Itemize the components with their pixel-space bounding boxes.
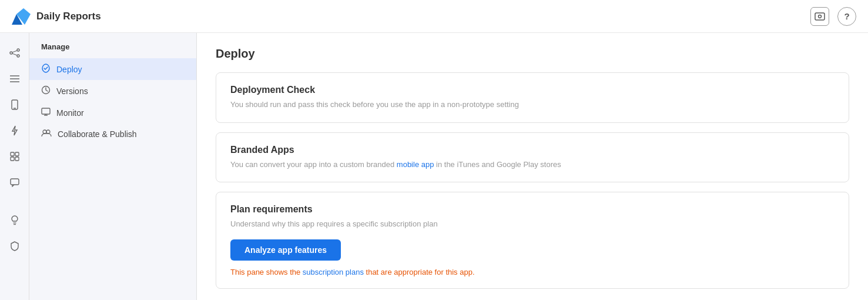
list-icon[interactable] [4,68,25,89]
svg-rect-2 [815,13,825,20]
plan-requirements-title: Plan requirements [230,204,835,215]
workflow-icon[interactable] [4,42,25,64]
bulb-icon[interactable] [4,209,25,231]
nav-item-collaborate[interactable]: Collaborate & Publish [29,124,196,144]
layout: Manage Deploy Versions [0,33,868,300]
branded-apps-card: Branded Apps You can convert your app in… [216,132,849,183]
svg-point-25 [43,130,46,134]
plan-note: This pane shows the subscription plans t… [230,268,835,276]
svg-rect-22 [42,108,50,114]
svg-point-26 [46,130,50,134]
help-button[interactable]: ? [837,7,856,26]
header-left: Daily Reports [12,7,101,26]
versions-icon [41,85,51,96]
deploy-icon [41,64,51,75]
svg-rect-16 [11,157,14,161]
svg-rect-15 [15,152,19,156]
plan-requirements-desc: Understand why this app requires a speci… [230,218,835,230]
nav-sidebar: Manage Deploy Versions [29,33,197,300]
subscription-plans-link[interactable]: subscription plans [303,268,364,276]
deploy-label: Deploy [56,65,82,74]
analyze-app-features-button[interactable]: Analyze app features [230,239,341,261]
chat-icon[interactable] [4,172,25,193]
app-logo [12,7,31,26]
header-right: ? [810,7,856,26]
branded-apps-title: Branded Apps [230,145,835,155]
app-title: Daily Reports [36,11,101,22]
page-title: Deploy [216,47,849,61]
icon-sidebar [0,33,29,300]
lightning-icon[interactable] [4,120,25,141]
shield-icon[interactable] [4,235,25,256]
svg-point-5 [17,49,19,51]
svg-point-6 [17,55,19,57]
monitor-icon [41,107,51,118]
preview-button[interactable] [810,7,829,26]
deployment-check-card: Deployment Check You should run and pass… [216,72,849,123]
nav-item-monitor[interactable]: Monitor [29,102,196,124]
nav-section-title: Manage [29,42,196,58]
main-content: Deploy Deployment Check You should run a… [197,33,868,300]
plan-note-suffix: that are appropriate for this app. [364,268,475,276]
branded-apps-desc: You can convert your app into a custom b… [230,159,835,171]
nav-item-versions[interactable]: Versions [29,80,196,102]
header: Daily Reports ? [0,0,868,33]
svg-point-4 [10,52,12,54]
svg-rect-17 [15,157,19,161]
plan-note-prefix: This pane shows the [230,268,303,276]
collaborate-label: Collaborate & Publish [58,129,137,139]
mobile-icon[interactable] [4,94,25,115]
plan-requirements-card: Plan requirements Understand why this ap… [216,192,849,289]
svg-rect-18 [11,179,19,185]
versions-label: Versions [56,86,88,96]
svg-line-7 [12,51,17,52]
box-icon[interactable] [4,146,25,167]
svg-point-3 [819,15,822,18]
nav-item-deploy[interactable]: Deploy [29,58,196,80]
collaborate-icon [41,129,52,139]
deployment-check-title: Deployment Check [230,85,835,95]
monitor-label: Monitor [56,108,84,118]
svg-line-8 [12,54,17,55]
deployment-check-desc: You should run and pass this check befor… [230,99,835,111]
svg-rect-14 [11,152,14,156]
